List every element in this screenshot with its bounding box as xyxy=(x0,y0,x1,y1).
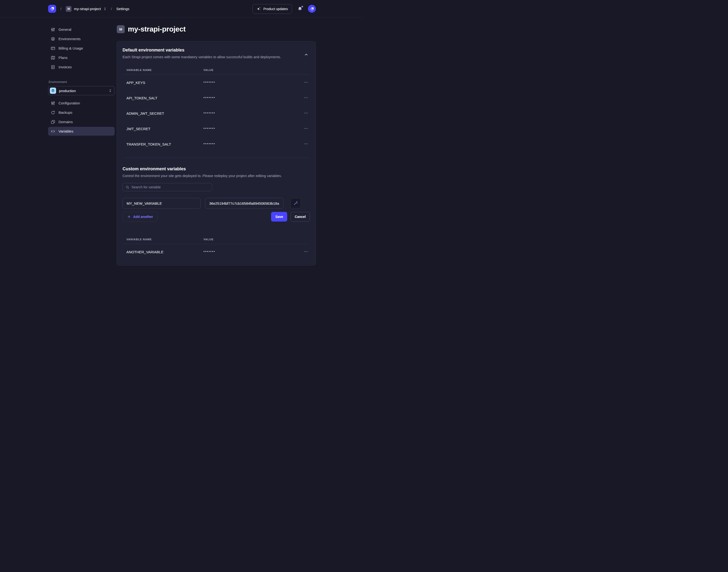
variable-name: TRANSFER_TOKEN_SALT xyxy=(123,142,203,146)
table-row: ANOTHER_VARIABLE ******* xyxy=(123,244,310,260)
save-button[interactable]: Save xyxy=(271,212,287,222)
default-variables-title: Default environment variables xyxy=(123,48,310,53)
ellipsis-icon xyxy=(304,142,308,146)
row-actions-button[interactable] xyxy=(302,125,310,133)
sidebar-item-environments[interactable]: Environments xyxy=(48,34,115,43)
variable-name: ADMIN_JWT_SECRET xyxy=(123,112,203,116)
custom-variables-description: Control the environment your site gets d… xyxy=(123,174,310,178)
map-icon xyxy=(51,55,55,60)
sidebar-item-backups[interactable]: Backups xyxy=(48,108,115,117)
variable-value: ******* xyxy=(203,96,300,100)
custom-variables-section-head: Custom environment variables Control the… xyxy=(123,166,310,178)
search-input[interactable] xyxy=(131,185,209,189)
default-variables-table: VARIABLE NAME VALUE APP_KEYS ******* API… xyxy=(123,65,310,152)
credit-card-icon xyxy=(51,46,55,51)
variable-name: ANOTHER_VARIABLE xyxy=(123,250,203,254)
sidebar-item-domains[interactable]: Domains xyxy=(48,118,115,126)
sidebar-item-plans[interactable]: Plans xyxy=(48,53,115,62)
sidebar-item-label: General xyxy=(59,27,71,31)
ellipsis-icon xyxy=(304,95,308,100)
up-down-carets-icon xyxy=(109,88,112,93)
collapse-section-button[interactable] xyxy=(304,52,309,57)
variable-value: ******* xyxy=(203,142,300,146)
custom-variables-table: VARIABLE NAME VALUE ANOTHER_VARIABLE ***… xyxy=(123,234,310,260)
sliders-icon xyxy=(51,27,55,32)
sidebar-item-configuration[interactable]: Configuration xyxy=(48,98,115,108)
plus-icon xyxy=(127,215,131,219)
variable-value: ******* xyxy=(203,127,300,131)
row-actions-button[interactable] xyxy=(302,94,310,102)
avatar-strapi-icon xyxy=(309,6,315,11)
table-row: JWT_SECRET ******* xyxy=(123,121,310,136)
breadcrumb-separator: / xyxy=(60,7,61,11)
sidebar-item-label: Plans xyxy=(59,56,68,60)
chevron-up-icon xyxy=(304,53,309,57)
row-actions-button[interactable] xyxy=(302,110,310,117)
variable-value-input[interactable] xyxy=(205,198,284,209)
ellipsis-icon xyxy=(304,126,308,131)
breadcrumb-settings: Settings xyxy=(116,7,129,11)
project-badge-large: M xyxy=(117,25,125,33)
row-actions-button[interactable] xyxy=(302,248,310,256)
table-row: API_TOKEN_SALT ******* xyxy=(123,90,310,105)
sidebar-item-general[interactable]: General xyxy=(48,25,115,34)
new-variable-row xyxy=(123,198,310,209)
sidebar-item-variables[interactable]: Variables xyxy=(48,127,115,136)
table-header: VARIABLE NAME VALUE xyxy=(123,234,310,244)
code-icon xyxy=(51,129,55,134)
breadcrumb-project-selector[interactable]: M my-strapi-project xyxy=(66,6,107,12)
environment-layers-icon xyxy=(50,87,56,94)
breadcrumb-project-name: my-strapi-project xyxy=(74,7,101,11)
variable-value: ******* xyxy=(203,81,300,84)
table-header: VARIABLE NAME VALUE xyxy=(123,65,310,75)
refresh-icon xyxy=(51,110,55,115)
environment-select[interactable]: production xyxy=(48,86,115,95)
sidebar-item-billing-usage[interactable]: Billing & Usage xyxy=(48,44,115,53)
sidebar-item-label: Backups xyxy=(59,111,72,115)
table-row: APP_KEYS ******* xyxy=(123,75,310,90)
variable-name: APP_KEYS xyxy=(123,81,203,85)
page-title-row: M my-strapi-project xyxy=(117,25,316,33)
generate-value-button[interactable] xyxy=(291,198,301,208)
variable-name: JWT_SECRET xyxy=(123,127,203,131)
notifications-button[interactable] xyxy=(297,6,304,12)
page-title: my-strapi-project xyxy=(128,25,186,33)
variable-name: API_TOKEN_SALT xyxy=(123,96,203,100)
column-variable-name: VARIABLE NAME xyxy=(123,69,203,71)
add-another-button[interactable]: Add another xyxy=(123,212,158,222)
product-updates-button[interactable]: Product updates xyxy=(252,4,292,14)
sidebar: General Environments xyxy=(48,25,115,266)
sidebar-environment-nav: Configuration Backups Do xyxy=(48,98,115,136)
row-actions-button[interactable] xyxy=(302,79,310,86)
strapi-logo-icon xyxy=(49,6,55,12)
column-value: VALUE xyxy=(203,238,300,241)
layers-icon xyxy=(51,37,55,42)
table-row: TRANSFER_TOKEN_SALT ******* xyxy=(123,136,310,152)
strapi-logo[interactable] xyxy=(48,5,56,13)
sidebar-item-label: Environments xyxy=(59,37,81,41)
top-nav: / M my-strapi-project / Settings Product… xyxy=(0,0,364,18)
default-variables-section-head: Default environment variables Each Strap… xyxy=(123,48,310,59)
sidebar-item-invoices[interactable]: Invoices xyxy=(48,63,115,71)
default-variables-description: Each Strapi project comes with some mand… xyxy=(123,55,310,59)
product-updates-label: Product updates xyxy=(263,7,288,11)
section-divider xyxy=(123,157,310,158)
main-content: M my-strapi-project Default environment … xyxy=(117,25,316,266)
form-actions-row: Add another Save Cancel xyxy=(123,212,310,222)
variable-value: ******* xyxy=(203,112,300,115)
project-badge: M xyxy=(66,6,71,12)
variable-name-input[interactable] xyxy=(123,198,200,209)
ellipsis-icon xyxy=(304,111,308,115)
sparkles-icon xyxy=(257,7,261,11)
sidebar-item-label: Variables xyxy=(59,129,73,133)
column-variable-name: VARIABLE NAME xyxy=(123,238,203,241)
table-row: ADMIN_JWT_SECRET ******* xyxy=(123,105,310,121)
variable-search xyxy=(123,183,212,191)
avatar[interactable] xyxy=(308,5,316,13)
notification-dot xyxy=(301,6,303,7)
receipt-icon xyxy=(51,65,55,70)
cancel-button[interactable]: Cancel xyxy=(291,212,310,222)
row-actions-button[interactable] xyxy=(302,140,310,148)
magic-wand-icon xyxy=(293,201,298,206)
sidebar-item-label: Billing & Usage xyxy=(59,46,83,50)
